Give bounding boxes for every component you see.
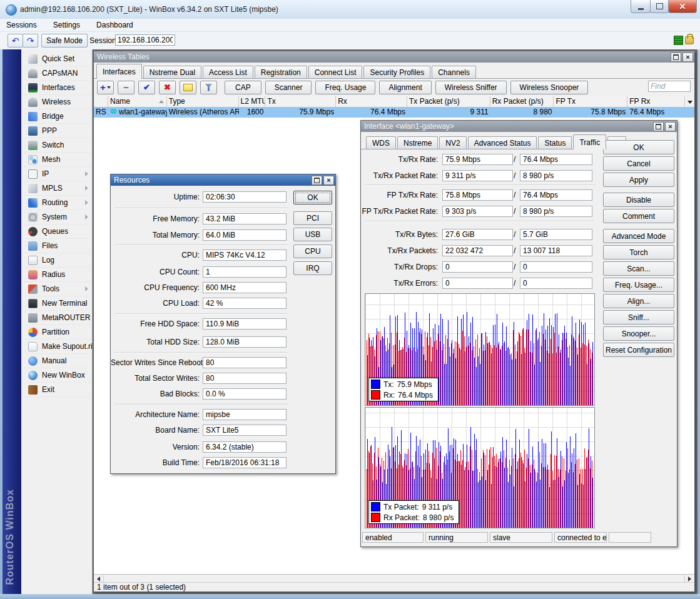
column-rx-packet[interactable]: Rx Packet (p/s) (490, 96, 554, 107)
snooper-button[interactable]: Snooper... (603, 326, 674, 341)
ok-button[interactable]: OK (603, 140, 674, 154)
sidebar-item-radius[interactable]: Radius (21, 268, 92, 282)
sidebar-item-files[interactable]: Files (21, 239, 92, 253)
apply-button[interactable]: Apply (603, 173, 674, 187)
disable-button[interactable]: Disable (603, 193, 674, 207)
sidebar-item-quick-set[interactable]: Quick Set (21, 52, 92, 66)
pci-button[interactable]: PCI (293, 211, 332, 225)
sidebar-item-wireless[interactable]: Wireless (21, 95, 92, 109)
restore-button[interactable] (671, 53, 681, 62)
cpu-button[interactable]: CPU (293, 244, 332, 258)
tab-wds[interactable]: WDS (366, 136, 396, 149)
wireless-sniffer-button[interactable]: Wireless Sniffer (435, 81, 507, 94)
freq-usage-button[interactable]: Freq. Usage... (603, 278, 674, 292)
minimize-button[interactable] (631, 0, 651, 13)
tab-traffic[interactable]: Traffic (573, 134, 606, 149)
tab-advanced-status[interactable]: Advanced Status (468, 136, 537, 149)
tab-registration[interactable]: Registration (255, 66, 307, 79)
tab-nstreme[interactable]: Nstreme (397, 136, 438, 149)
close-button[interactable]: × (682, 53, 693, 62)
column-fp-rx[interactable]: FP Rx (627, 96, 685, 107)
table-row[interactable]: RS wlan1-gateway Wireless (Atheros AR9..… (94, 107, 694, 118)
safe-mode-button[interactable]: Safe Mode (41, 34, 88, 48)
enable-button[interactable]: ✔ (138, 81, 155, 94)
tab-nv2[interactable]: NV2 (439, 136, 466, 149)
close-button[interactable]: × (323, 176, 334, 185)
comment-button[interactable]: Comment (603, 209, 674, 223)
sidebar-item-capsman[interactable]: CAPsMAN (21, 66, 92, 81)
sidebar-item-queues[interactable]: Queues (21, 224, 92, 239)
sidebar-item-interfaces[interactable]: Interfaces (21, 81, 92, 95)
irq-button[interactable]: IRQ (293, 261, 332, 275)
close-button[interactable]: × (665, 122, 676, 131)
sidebar-item-bridge[interactable]: Bridge (21, 109, 92, 124)
sidebar-item-metarouter[interactable]: MetaROUTER (21, 311, 92, 325)
disable-button[interactable]: ✖ (159, 81, 176, 94)
sniff-button[interactable]: Sniff... (603, 310, 674, 325)
tab-channels[interactable]: Channels (432, 66, 476, 79)
comment-button[interactable] (180, 81, 196, 94)
tab-access-list[interactable]: Access List (203, 66, 253, 79)
sidebar-item-mesh[interactable]: Mesh (21, 153, 92, 167)
filter-button[interactable] (200, 81, 217, 94)
scroll-right-button[interactable] (684, 575, 694, 583)
add-button[interactable]: + (97, 81, 114, 94)
column-name[interactable]: Name (108, 96, 167, 107)
tab-interfaces[interactable]: Interfaces (96, 64, 142, 79)
column-flags[interactable] (94, 96, 108, 107)
usb-button[interactable]: USB (293, 228, 332, 241)
alignment-button[interactable]: Alignment (379, 81, 431, 94)
horizontal-scrollbar[interactable] (94, 574, 694, 583)
restore-button[interactable] (653, 122, 664, 131)
interface-titlebar[interactable]: Interface <wlan1-gateway> (361, 121, 677, 132)
maximize-button[interactable] (650, 0, 669, 13)
advanced-mode-button[interactable]: Advanced Mode (603, 229, 674, 243)
reset-configuration-button[interactable]: Reset Configuration (603, 343, 674, 357)
sidebar-item-mpls[interactable]: MPLS (21, 181, 92, 196)
redo-button[interactable]: ↷ (23, 34, 38, 48)
column-tx-packet[interactable]: Tx Packet (p/s) (407, 96, 490, 107)
cancel-button[interactable]: Cancel (603, 156, 674, 171)
column-l2mtu[interactable]: L2 MTU (239, 96, 266, 107)
wireless-tables-titlebar[interactable]: Wireless Tables (94, 51, 694, 63)
menu-dashboard[interactable]: Dashboard (96, 21, 133, 29)
freq-usage-button[interactable]: Freq. Usage (315, 81, 375, 94)
ok-button[interactable]: OK (293, 191, 332, 204)
sidebar-item-make-supout[interactable]: Make Supout.rif (21, 340, 92, 354)
resources-titlebar[interactable]: Resources (111, 174, 335, 186)
sidebar-item-routing[interactable]: Routing (21, 196, 92, 210)
sidebar-item-system[interactable]: System (21, 210, 92, 224)
scanner-button[interactable]: Scanner (265, 81, 312, 94)
sidebar-item-new-terminal[interactable]: New Terminal (21, 296, 92, 311)
torch-button[interactable]: Torch (603, 245, 674, 259)
tab-nstreme-dual[interactable]: Nstreme Dual (143, 66, 201, 79)
sidebar-item-ip[interactable]: IP (21, 167, 92, 181)
column-rx[interactable]: Rx (336, 96, 407, 107)
sidebar-item-log[interactable]: Log (21, 253, 92, 268)
menu-sessions[interactable]: Sessions (6, 21, 37, 29)
undo-button[interactable]: ↶ (8, 34, 23, 48)
scroll-left-button[interactable] (94, 575, 104, 583)
cap-button[interactable]: CAP (225, 81, 261, 94)
sidebar-item-tools[interactable]: Tools (21, 282, 92, 296)
session-input[interactable] (115, 34, 175, 46)
find-input[interactable] (648, 81, 691, 92)
sidebar-item-new-winbox[interactable]: New WinBox (21, 368, 92, 383)
tab-connect-list[interactable]: Connect List (308, 66, 363, 79)
align-button[interactable]: Align... (603, 294, 674, 308)
scan-button[interactable]: Scan... (603, 261, 674, 276)
sidebar-item-exit[interactable]: Exit (21, 383, 92, 397)
wireless-snooper-button[interactable]: Wireless Snooper (510, 81, 589, 94)
column-type[interactable]: Type (167, 96, 239, 107)
menu-settings[interactable]: Settings (53, 21, 80, 29)
column-picker-button[interactable] (685, 96, 694, 107)
remove-button[interactable]: − (118, 81, 134, 94)
column-tx[interactable]: Tx (265, 96, 336, 107)
sidebar-item-partition[interactable]: Partition (21, 325, 92, 340)
tab-security-profiles[interactable]: Security Profiles (363, 66, 430, 79)
sidebar-item-manual[interactable]: Manual (21, 354, 92, 368)
restore-button[interactable] (312, 176, 322, 185)
sidebar-item-ppp[interactable]: PPP (21, 124, 92, 138)
close-button[interactable]: ✕ (668, 0, 697, 13)
sidebar-item-switch[interactable]: Switch (21, 138, 92, 153)
